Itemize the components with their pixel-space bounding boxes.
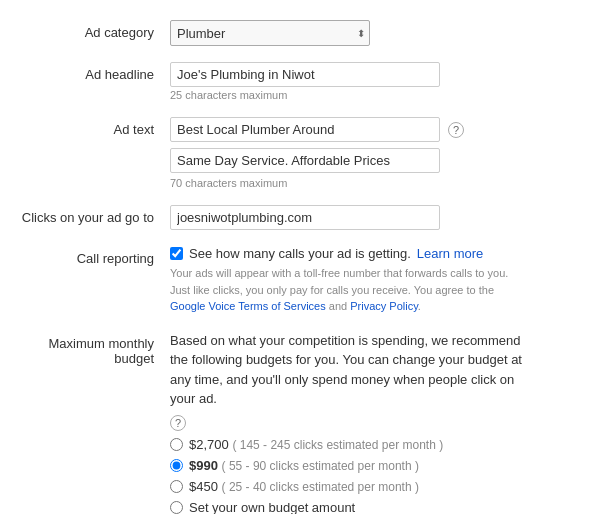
ad-headline-row: Ad headline 25 characters maximum — [10, 62, 590, 101]
ad-headline-input[interactable] — [170, 62, 440, 87]
budget-description: Based on what your competition is spendi… — [170, 331, 540, 409]
ad-text-row: Ad text ? 70 characters maximum — [10, 117, 590, 189]
clicks-url-input[interactable] — [170, 205, 440, 230]
budget-option-990: $990 ( 55 - 90 clicks estimated per mont… — [170, 458, 590, 473]
budget-label: Maximum monthly budget — [10, 331, 170, 366]
budget-custom-label: Set your own budget amount — [189, 500, 355, 515]
ad-text-field: ? 70 characters maximum — [170, 117, 590, 189]
ad-text-line1-row: ? — [170, 117, 590, 142]
budget-radio-custom[interactable] — [170, 501, 183, 514]
ad-text-line1-input[interactable] — [170, 117, 440, 142]
ad-text-help-icon[interactable]: ? — [448, 122, 464, 138]
budget-amount-450: $450 ( 25 - 40 clicks estimated per mont… — [189, 479, 419, 494]
google-voice-tos-link[interactable]: Google Voice Terms of Services — [170, 300, 326, 312]
clicks-url-field — [170, 205, 590, 230]
call-reporting-period: . — [418, 300, 421, 312]
call-reporting-desc-text: Your ads will appear with a toll-free nu… — [170, 267, 508, 296]
ad-category-select-wrapper: Plumber — [170, 20, 370, 46]
ad-headline-field: 25 characters maximum — [170, 62, 590, 101]
ad-category-field: Plumber — [170, 20, 590, 46]
budget-amount-2700: $2,700 ( 145 - 245 clicks estimated per … — [189, 437, 443, 452]
call-reporting-main: See how many calls your ad is getting. L… — [170, 246, 590, 261]
ad-category-label: Ad category — [10, 20, 170, 40]
ad-headline-char-limit: 25 characters maximum — [170, 89, 590, 101]
budget-field: Based on what your competition is spendi… — [170, 331, 590, 515]
budget-option-2700: $2,700 ( 145 - 245 clicks estimated per … — [170, 437, 590, 452]
call-reporting-label: Call reporting — [10, 246, 170, 266]
call-reporting-checkbox-label: See how many calls your ad is getting. — [189, 246, 411, 261]
budget-row: Maximum monthly budget Based on what you… — [10, 331, 590, 515]
call-reporting-checkbox[interactable] — [170, 247, 183, 260]
ad-category-row: Ad category Plumber — [10, 20, 590, 46]
budget-radio-2700[interactable] — [170, 438, 183, 451]
call-reporting-and: and — [329, 300, 347, 312]
call-reporting-content: See how many calls your ad is getting. L… — [170, 246, 590, 315]
budget-option-custom: Set your own budget amount — [170, 500, 590, 515]
call-reporting-learn-more[interactable]: Learn more — [417, 246, 483, 261]
ad-text-line2-row — [170, 148, 590, 173]
ad-text-label: Ad text — [10, 117, 170, 137]
ad-category-select[interactable]: Plumber — [170, 20, 370, 46]
ad-text-line2-input[interactable] — [170, 148, 440, 173]
budget-radio-450[interactable] — [170, 480, 183, 493]
call-reporting-description: Your ads will appear with a toll-free nu… — [170, 265, 530, 315]
ad-text-char-limit: 70 characters maximum — [170, 177, 590, 189]
budget-option-450: $450 ( 25 - 40 clicks estimated per mont… — [170, 479, 590, 494]
clicks-url-label: Clicks on your ad go to — [10, 205, 170, 225]
call-reporting-row: Call reporting See how many calls your a… — [10, 246, 590, 315]
privacy-policy-link[interactable]: Privacy Policy — [350, 300, 418, 312]
budget-amount-990: $990 ( 55 - 90 clicks estimated per mont… — [189, 458, 419, 473]
clicks-url-row: Clicks on your ad go to — [10, 205, 590, 230]
budget-help-icon[interactable]: ? — [170, 415, 186, 431]
ad-headline-label: Ad headline — [10, 62, 170, 82]
budget-radio-990[interactable] — [170, 459, 183, 472]
